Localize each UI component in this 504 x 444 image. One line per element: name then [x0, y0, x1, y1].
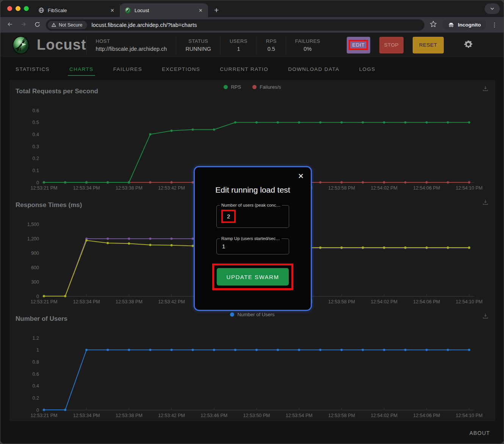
nav-tabs: STATISTICSCHARTSFAILURESEXCEPTIONSCURREN…	[0, 57, 504, 80]
svg-text:12:53:38 PM: 12:53:38 PM	[116, 299, 142, 304]
svg-text:1: 1	[36, 347, 39, 353]
svg-text:12:53:58 PM: 12:53:58 PM	[328, 185, 355, 191]
svg-text:0.4: 0.4	[33, 132, 39, 137]
chart-legend: Number of Users	[9, 312, 495, 317]
warning-icon	[51, 22, 56, 27]
status-value: RUNNING	[185, 46, 211, 52]
status-stat: STATUS RUNNING	[176, 36, 220, 54]
download-chart-icon[interactable]	[482, 85, 489, 94]
maximize-window-button[interactable]	[24, 6, 29, 11]
svg-text:0.8: 0.8	[33, 359, 39, 365]
nav-tab-charts[interactable]: CHARTS	[69, 59, 94, 79]
incognito-label: Incognito	[458, 22, 481, 28]
chart-legend: RPSFailures/s	[9, 84, 495, 90]
svg-text:12:53:50 PM: 12:53:50 PM	[243, 413, 270, 418]
about-link[interactable]: ABOUT	[470, 430, 490, 436]
modal-title: Edit running load test	[195, 185, 311, 195]
chart-canvas: 00.20.40.60.811.212:53:21 PM12:53:34 PM1…	[9, 328, 495, 421]
forward-button[interactable]	[19, 21, 28, 28]
update-swarm-button[interactable]: UPDATE SWARM	[217, 268, 289, 286]
header-buttons: EDIT STOP RESET	[347, 37, 444, 53]
svg-text:1,500: 1,500	[27, 222, 39, 227]
svg-text:12:54:06 PM: 12:54:06 PM	[413, 299, 440, 304]
annotation-highlight-user-count: 2	[221, 210, 236, 223]
app-title: Locust	[37, 37, 86, 53]
svg-text:900: 900	[31, 251, 39, 256]
tab-title: Locust	[135, 8, 194, 13]
browser-tab-fibscale[interactable]: FibScale ✕	[34, 3, 120, 17]
browser-window: FibScale ✕ Locust ✕ + Not Secure locust.…	[0, 0, 504, 444]
nav-tab-current-ratio[interactable]: CURRENT RATIO	[220, 59, 268, 79]
browser-tab-locust[interactable]: Locust ✕	[120, 3, 208, 17]
ramp-up-value[interactable]: 1	[222, 243, 225, 249]
user-count-label: Number of users (peak conc…	[220, 203, 282, 207]
svg-text:12:54:06 PM: 12:54:06 PM	[413, 413, 440, 418]
download-chart-icon[interactable]	[482, 199, 489, 207]
reset-button[interactable]: RESET	[413, 37, 444, 53]
incognito-icon	[448, 22, 455, 28]
legend-item-number-of-users[interactable]: Number of Users	[230, 312, 274, 317]
rps-stat: RPS 0.5	[257, 36, 286, 54]
annotation-highlight-update-swarm: UPDATE SWARM	[212, 264, 293, 290]
window-controls	[7, 6, 29, 11]
close-modal-icon[interactable]: ✕	[298, 172, 304, 180]
close-tab-icon[interactable]: ✕	[110, 8, 115, 13]
close-window-button[interactable]	[7, 6, 12, 11]
svg-text:12:54:10 PM: 12:54:10 PM	[456, 299, 483, 304]
bookmark-star-icon[interactable]	[428, 20, 438, 29]
incognito-badge[interactable]: Incognito	[442, 20, 486, 30]
nav-tab-exceptions[interactable]: EXCEPTIONS	[162, 59, 200, 79]
svg-text:12:53:34 PM: 12:53:34 PM	[73, 185, 100, 191]
svg-text:0.2: 0.2	[33, 395, 39, 401]
svg-text:12:53:38 PM: 12:53:38 PM	[116, 185, 142, 191]
ramp-up-field[interactable]: Ramp Up (users started/sec… 1	[216, 236, 289, 254]
back-button[interactable]	[5, 21, 15, 28]
host-value: http://fibscale.jde.archidep.ch	[96, 46, 167, 52]
minimize-window-button[interactable]	[16, 6, 20, 11]
failures-value: 0%	[295, 46, 320, 52]
globe-icon	[38, 7, 44, 13]
svg-text:12:54:06 PM: 12:54:06 PM	[413, 185, 440, 191]
settings-gear-icon[interactable]	[463, 39, 473, 51]
svg-text:0.5: 0.5	[33, 120, 39, 125]
new-tab-button[interactable]: +	[208, 6, 225, 17]
svg-text:12:53:46 PM: 12:53:46 PM	[200, 413, 227, 418]
svg-text:0.1: 0.1	[33, 168, 39, 173]
svg-text:12:53:21 PM: 12:53:21 PM	[31, 185, 58, 191]
nav-tab-download-data[interactable]: DOWNLOAD DATA	[288, 59, 339, 79]
download-chart-icon[interactable]	[482, 313, 489, 321]
users-label: USERS	[230, 38, 247, 44]
tab-search-button[interactable]	[485, 3, 500, 14]
address-bar[interactable]: Not Secure locust.fibscale.jde.archidep.…	[46, 19, 424, 31]
edit-button[interactable]: EDIT	[347, 37, 370, 53]
reload-button[interactable]	[32, 21, 42, 29]
svg-text:0.2: 0.2	[33, 156, 39, 161]
user-count-value[interactable]: 2	[227, 213, 230, 220]
user-count-field[interactable]: Number of users (peak conc… 2	[216, 203, 289, 228]
svg-text:1.2: 1.2	[33, 336, 39, 341]
not-secure-chip[interactable]: Not Secure	[48, 21, 87, 29]
svg-text:12:53:38 PM: 12:53:38 PM	[116, 413, 142, 418]
legend-item-rps[interactable]: RPS	[224, 84, 241, 90]
app-footer: ABOUT	[0, 421, 504, 444]
nav-tab-failures[interactable]: FAILURES	[113, 59, 142, 79]
browser-menu-icon[interactable]: ⋮	[490, 21, 499, 28]
svg-text:12:53:58 PM: 12:53:58 PM	[328, 299, 355, 304]
legend-item-failures-s[interactable]: Failures/s	[252, 84, 281, 90]
svg-text:600: 600	[31, 265, 39, 270]
nav-tab-logs[interactable]: LOGS	[359, 59, 376, 79]
rps-value: 0.5	[266, 46, 277, 52]
close-tab-icon[interactable]: ✕	[198, 8, 203, 13]
status-label: STATUS	[185, 38, 211, 44]
host-stat: HOST http://fibscale.jde.archidep.ch	[86, 36, 176, 54]
chevron-down-icon	[490, 6, 495, 11]
svg-text:0: 0	[36, 408, 39, 413]
failures-stat: FAILURES 0%	[286, 36, 329, 54]
svg-text:0: 0	[36, 294, 39, 299]
host-label: HOST	[96, 38, 167, 44]
stop-button[interactable]: STOP	[379, 37, 404, 53]
chart-number-of-users: Number of Users Number of Users 00.20.40…	[9, 308, 495, 421]
locust-favicon	[125, 7, 131, 14]
nav-tab-statistics[interactable]: STATISTICS	[16, 59, 50, 79]
svg-text:1,200: 1,200	[27, 236, 39, 242]
